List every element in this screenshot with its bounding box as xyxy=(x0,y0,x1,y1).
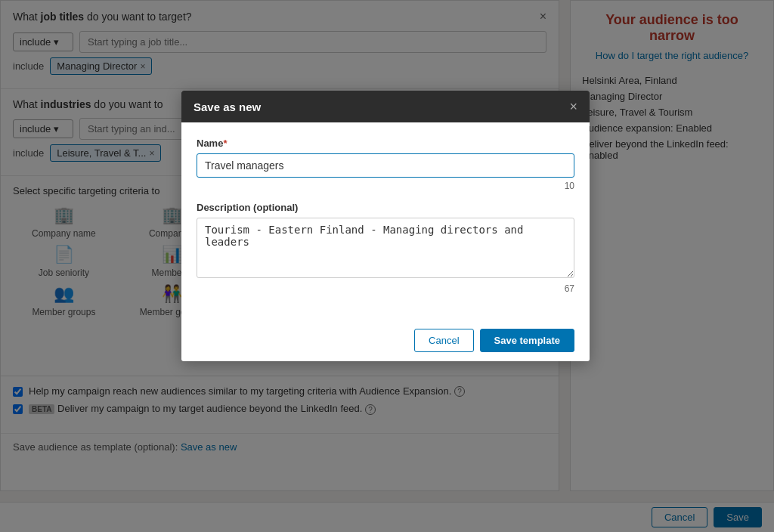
page-background: What job titles do you want to target? ×… xyxy=(0,0,774,532)
name-char-count: 10 xyxy=(197,181,574,191)
template-name-input[interactable] xyxy=(197,153,574,178)
description-char-count: 67 xyxy=(197,283,574,294)
modal-save-template-button[interactable]: Save template xyxy=(480,329,574,352)
save-as-new-modal: Save as new × Name* 10 Description (opti… xyxy=(181,91,590,361)
modal-title: Save as new xyxy=(194,101,261,113)
template-description-textarea[interactable] xyxy=(197,218,574,278)
modal-body: Name* 10 Description (optional) 67 xyxy=(181,122,590,320)
name-label: Name* xyxy=(197,138,574,149)
description-label: Description (optional) xyxy=(197,202,574,213)
modal-header: Save as new × xyxy=(181,91,590,122)
modal-footer: Cancel Save template xyxy=(181,320,590,361)
modal-close-button[interactable]: × xyxy=(569,100,577,113)
modal-cancel-button[interactable]: Cancel xyxy=(414,329,473,352)
